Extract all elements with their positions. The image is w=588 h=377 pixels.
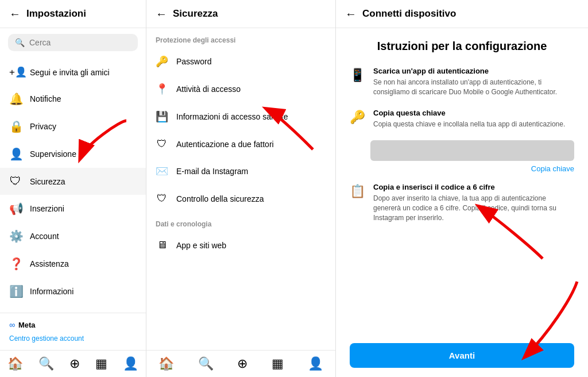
meta-icon: ∞ <box>9 320 15 329</box>
nav-item-follow[interactable]: +👤 Segui e invita gli amici <box>0 59 146 85</box>
security-label-email: E-mail da Instagram <box>176 167 248 176</box>
security-title: Sicurezza <box>173 8 218 20</box>
nav-label-sicurezza: Sicurezza <box>30 177 65 186</box>
settings-panel: ← Impostazioni 🔍 +👤 Segui e invita gli a… <box>0 0 146 377</box>
section-header-protezione: Protezione degli accessi <box>146 28 335 48</box>
nav-label-follow: Segui e invita gli amici <box>30 68 110 77</box>
nav-item-supervisione[interactable]: 👤 Supervisione <box>0 140 146 168</box>
shield-check2-icon: 🛡 <box>156 193 168 205</box>
search-input[interactable] <box>29 38 131 47</box>
avanti-area: Avanti <box>336 336 588 377</box>
security-item-info-salvate[interactable]: 💾 Informazioni di accesso salvate <box>146 103 335 130</box>
save-icon: 💾 <box>156 110 168 123</box>
security-item-email[interactable]: ✉️ E-mail da Instagram <box>146 157 335 185</box>
key-icon: 🔑 <box>156 55 168 68</box>
nav-item-tema[interactable]: 🎨 Tema <box>0 305 146 313</box>
security-label-password: Password <box>176 57 211 66</box>
left-bottom-nav: 🏠 🔍 ⊕ ▦ 👤 <box>0 350 146 377</box>
security-item-password[interactable]: 🔑 Password <box>146 48 335 75</box>
section-header-dati: Dati e cronologia <box>146 212 335 232</box>
security-item-app[interactable]: 🖥 App e siti web <box>146 232 335 259</box>
search-bar: 🔍 <box>8 34 138 51</box>
monitor-icon: 🖥 <box>156 239 168 251</box>
nav-label-account: Account <box>30 232 59 241</box>
bell-icon: 🔔 <box>9 92 22 106</box>
person-shield-icon: 👤 <box>9 147 22 161</box>
step2-desc: Copia questa chiave e incollala nella tu… <box>373 120 565 129</box>
reels-icon[interactable]: ▦ <box>95 356 107 371</box>
security-header: ← Sicurezza <box>146 0 335 28</box>
security-panel: ← Sicurezza Protezione degli accessi 🔑 P… <box>146 0 336 377</box>
centro-link[interactable]: Centro gestione account <box>9 334 84 343</box>
connect-back-button[interactable]: ← <box>345 8 357 20</box>
config-title: Istruzioni per la configurazione <box>350 40 574 53</box>
shield-check-icon: 🛡 <box>156 138 168 150</box>
shield-icon: 🛡 <box>9 175 22 188</box>
step1-title: Scarica un'app di autenticazione <box>373 67 574 75</box>
profile-icon[interactable]: 👤 <box>123 356 138 371</box>
reels-icon-mid[interactable]: ▦ <box>272 356 284 371</box>
nav-label-privacy: Privacy <box>30 122 56 131</box>
nav-item-notifiche[interactable]: 🔔 Notifiche <box>0 85 146 113</box>
nav-item-sicurezza[interactable]: 🛡 Sicurezza <box>0 168 146 195</box>
security-label-controllo: Controllo della sicurezza <box>176 194 264 203</box>
security-label-app: App e siti web <box>176 241 226 250</box>
search-bottom-icon-mid[interactable]: 🔍 <box>198 356 214 371</box>
step3-desc: Dopo aver inserito la chiave, la tua app… <box>373 194 574 222</box>
home-icon[interactable]: 🏠 <box>7 356 23 371</box>
security-label-2fa: Autenticazione a due fattori <box>176 140 274 149</box>
nav-label-informazioni: Informazioni <box>30 287 74 296</box>
search-bottom-icon[interactable]: 🔍 <box>38 356 54 371</box>
follow-icon: +👤 <box>9 66 22 78</box>
nav-item-inserzioni[interactable]: 📢 Inserzioni <box>0 195 146 222</box>
step3-title: Copia e inserisci il codice a 6 cifre <box>373 183 574 191</box>
gear-icon: ⚙️ <box>9 229 22 243</box>
email-icon: ✉️ <box>156 165 168 178</box>
phone-icon: 📱 <box>350 68 365 83</box>
step-2: 🔑 Copia questa chiave Copia questa chiav… <box>350 109 574 129</box>
key-box <box>370 140 574 161</box>
meta-footer: ∞ Meta Centro gestione account <box>0 313 146 350</box>
nav-item-account[interactable]: ⚙️ Account <box>0 222 146 250</box>
lock-icon: 🔒 <box>9 120 22 133</box>
clipboard-icon: 📋 <box>350 184 365 199</box>
connect-title: Connetti dispositivo <box>362 8 456 20</box>
meta-label: Meta <box>18 321 36 329</box>
search-icon: 🔍 <box>15 38 25 47</box>
copy-link-area: Copia chiave <box>350 163 574 174</box>
security-label-attivita: Attività di accesso <box>176 84 241 94</box>
security-item-2fa[interactable]: 🛡 Autenticazione a due fattori <box>146 130 335 157</box>
settings-title: Impostazioni <box>26 8 86 20</box>
location-icon: 📍 <box>156 83 168 95</box>
key2-icon: 🔑 <box>350 110 365 125</box>
connect-device-panel: ← Connetti dispositivo Istruzioni per la… <box>336 0 588 377</box>
connect-content: Istruzioni per la configurazione 📱 Scari… <box>336 28 588 336</box>
profile-icon-mid[interactable]: 👤 <box>308 356 323 371</box>
security-label-info: Informazioni di accesso salvate <box>176 112 288 121</box>
nav-label-inserzioni: Inserzioni <box>30 204 64 213</box>
connect-header: ← Connetti dispositivo <box>336 0 588 28</box>
step2-title: Copia questa chiave <box>373 109 565 117</box>
nav-label-notifiche: Notifiche <box>30 94 61 103</box>
security-item-controllo[interactable]: 🛡 Controllo della sicurezza <box>146 185 335 212</box>
home-icon-mid[interactable]: 🏠 <box>158 356 174 371</box>
nav-item-privacy[interactable]: 🔒 Privacy <box>0 113 146 140</box>
step-3: 📋 Copia e inserisci il codice a 6 cifre … <box>350 183 574 222</box>
security-back-button[interactable]: ← <box>156 8 167 20</box>
nav-list: +👤 Segui e invita gli amici 🔔 Notifiche … <box>0 57 146 313</box>
step-1: 📱 Scarica un'app di autenticazione Se no… <box>350 67 574 97</box>
nav-item-assistenza[interactable]: ❓ Assistenza <box>0 250 146 278</box>
mid-bottom-nav: 🏠 🔍 ⊕ ▦ 👤 <box>146 350 335 377</box>
avanti-button[interactable]: Avanti <box>350 343 574 368</box>
security-item-attivita[interactable]: 📍 Attività di accesso <box>146 75 335 103</box>
copy-chiave-link[interactable]: Copia chiave <box>531 164 574 173</box>
back-button[interactable]: ← <box>9 8 21 20</box>
add-icon[interactable]: ⊕ <box>69 356 80 371</box>
step1-desc: Se non hai ancora installato un'app di a… <box>373 78 574 97</box>
settings-header: ← Impostazioni <box>0 0 146 28</box>
nav-label-supervisione: Supervisione <box>30 149 76 159</box>
add-icon-mid[interactable]: ⊕ <box>237 356 247 371</box>
nav-item-informazioni[interactable]: ℹ️ Informazioni <box>0 278 146 305</box>
megaphone-icon: 📢 <box>9 202 22 216</box>
help-icon: ❓ <box>9 257 22 271</box>
